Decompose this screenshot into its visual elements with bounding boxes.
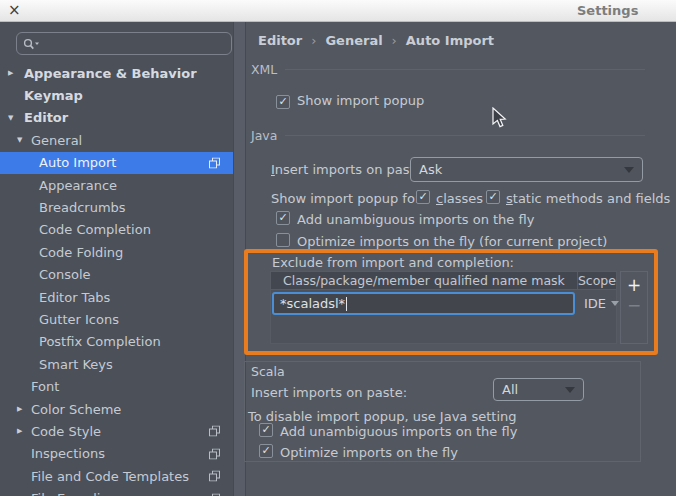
sidebar-item-postfix-completion[interactable]: Postfix Completion (0, 331, 233, 353)
add-unambiguous-imports-label: Add unambiguous imports on the fly (297, 212, 534, 227)
optimize-imports-label: Optimize imports on the fly (for current… (297, 234, 607, 249)
sidebar-item-code-completion[interactable]: Code Completion (0, 219, 233, 241)
chevron-separator-icon: › (392, 33, 397, 48)
scala-optimize-label: Optimize imports on the fly (280, 445, 458, 460)
copy-icon (209, 448, 220, 459)
scala-optimize-checkbox[interactable]: ✓ (259, 444, 273, 458)
sidebar-item-breadcrumbs[interactable]: Breadcrumbs (0, 196, 233, 218)
separator-line (285, 135, 645, 136)
classes-checkbox[interactable]: ✓ (416, 190, 430, 204)
column-header-mask[interactable]: Class/package/member qualified name mask (271, 272, 578, 289)
highlight-rectangle: Exclude from import and completion: Clas… (244, 249, 658, 355)
exclude-table-header: Class/package/member qualified name mask… (271, 272, 616, 290)
chevron-down-icon[interactable]: ▼ (17, 136, 22, 144)
chevron-separator-icon: › (311, 33, 316, 48)
dropdown-arrow-icon (565, 387, 575, 393)
sidebar-item-console[interactable]: Console (0, 264, 233, 286)
breadcrumb-auto-import: Auto Import (406, 33, 494, 48)
sidebar-item-keymap[interactable]: Keymap (0, 84, 233, 106)
static-methods-label: static methods and fields (506, 191, 670, 206)
mouse-cursor (492, 107, 507, 129)
insert-imports-on-paste-select[interactable]: Ask (410, 157, 643, 182)
sidebar-item-code-style[interactable]: ▶ Code Style (0, 420, 233, 442)
sidebar-item-font[interactable]: Font (0, 375, 233, 397)
scala-group: Scala Insert imports on paste: All To di… (244, 361, 641, 462)
java-section-header: Java (251, 128, 645, 142)
sidebar-item-appearance-behavior[interactable]: ▶ Appearance & Behavior (0, 62, 233, 84)
breadcrumb-editor[interactable]: Editor (258, 33, 302, 48)
sidebar-item-editor[interactable]: ▼ Editor (0, 107, 233, 129)
chevron-down-icon[interactable]: ▼ (8, 114, 13, 122)
sidebar-item-smart-keys[interactable]: Smart Keys (0, 353, 233, 375)
sidebar-item-inspections[interactable]: Inspections (0, 443, 233, 465)
copy-icon (209, 157, 220, 168)
scala-add-unambiguous-checkbox[interactable]: ✓ (259, 423, 273, 437)
breadcrumb-general[interactable]: General (325, 33, 382, 48)
show-import-popup-label: Show import popup (297, 93, 424, 108)
show-import-popup-checkbox[interactable]: ✓ (276, 95, 290, 109)
search-icon (23, 38, 40, 50)
settings-content-panel: Editor›General›Auto Import XML ✓ Show im… (246, 22, 676, 496)
sidebar-item-file-code-templates[interactable]: File and Code Templates (0, 465, 233, 487)
optimize-imports-checkbox[interactable] (276, 233, 290, 247)
mask-input[interactable]: *scaladsl* (272, 292, 575, 315)
chevron-right-icon[interactable]: ▶ (8, 69, 13, 77)
classes-label: classes (436, 191, 483, 206)
settings-tree: ▶ Appearance & Behavior Keymap ▼ Editor … (0, 62, 233, 496)
scala-add-unambiguous-label: Add unambiguous imports on the fly (280, 424, 517, 439)
scala-group-title: Scala (251, 364, 285, 379)
chevron-right-icon[interactable]: ▶ (17, 427, 22, 435)
column-header-scope[interactable]: Scope (578, 272, 616, 289)
settings-search-field[interactable] (16, 32, 232, 55)
dropdown-arrow-icon (611, 301, 619, 306)
sidebar-item-editor-tabs[interactable]: Editor Tabs (0, 286, 233, 308)
window-title: Settings (577, 0, 638, 21)
sidebar-item-file-encodings[interactable]: File Encodings (0, 487, 233, 496)
exclude-table: Class/package/member qualified name mask… (270, 271, 617, 344)
sidebar-item-general[interactable]: ▼ General (0, 129, 233, 151)
exclude-from-import-label: Exclude from import and completion: (272, 255, 514, 270)
chevron-right-icon[interactable]: ▶ (17, 405, 22, 413)
xml-section-header: XML (251, 62, 645, 76)
copy-icon (209, 426, 220, 437)
scala-insert-imports-label: Insert imports on paste: (251, 385, 407, 400)
show-import-popup-for-label: Show import popup for: (271, 191, 424, 206)
insert-imports-on-paste-label: Insert imports on paste: (271, 162, 427, 177)
sidebar-item-code-folding[interactable]: Code Folding (0, 241, 233, 263)
breadcrumb: Editor›General›Auto Import (258, 33, 494, 48)
sidebar-item-appearance[interactable]: Appearance (0, 174, 233, 196)
sidebar-item-color-scheme[interactable]: ▶ Color Scheme (0, 398, 233, 420)
window-titlebar: × Settings (0, 0, 676, 22)
settings-sidebar: ▶ Appearance & Behavior Keymap ▼ Editor … (0, 22, 233, 496)
scala-popup-note: To disable import popup, use Java settin… (248, 409, 517, 424)
text-caret (346, 297, 347, 311)
copy-icon (209, 471, 220, 482)
window-close-icon[interactable]: × (8, 0, 21, 21)
sidebar-item-auto-import[interactable]: Auto Import (0, 152, 233, 174)
remove-row-button: − (621, 298, 647, 320)
scala-insert-imports-select[interactable]: All (493, 378, 584, 401)
static-methods-checkbox[interactable]: ✓ (486, 190, 500, 204)
add-unambiguous-imports-checkbox[interactable]: ✓ (276, 211, 290, 225)
sidebar-item-gutter-icons[interactable]: Gutter Icons (0, 308, 233, 330)
dropdown-arrow-icon (624, 167, 634, 173)
scope-select[interactable]: IDE (584, 296, 619, 311)
search-input[interactable] (44, 37, 225, 51)
table-toolbar: + − (620, 271, 648, 344)
separator-line (285, 69, 645, 70)
